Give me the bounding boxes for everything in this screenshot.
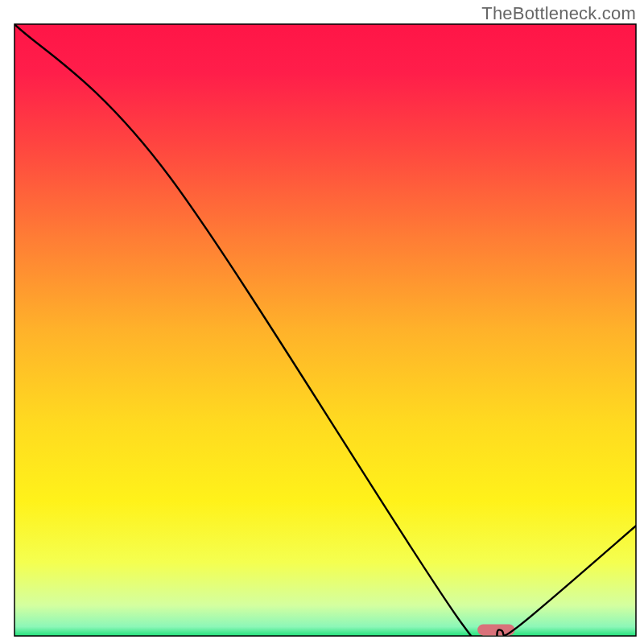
watermark-text: TheBottleneck.com [481, 3, 636, 24]
bottleneck-chart [0, 0, 644, 644]
plot-background [14, 24, 636, 636]
chart-stage: TheBottleneck.com [0, 0, 644, 644]
